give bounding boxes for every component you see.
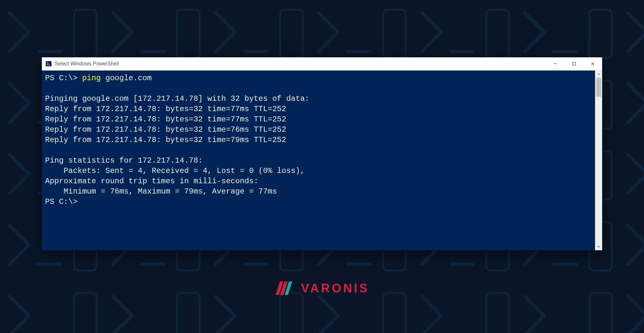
powershell-icon bbox=[45, 60, 52, 67]
command-args: google.com bbox=[101, 74, 152, 82]
maximize-button[interactable] bbox=[565, 57, 583, 70]
window-title: Select Windows PowerShell bbox=[55, 61, 119, 67]
minimize-button[interactable] bbox=[546, 57, 565, 70]
close-button[interactable] bbox=[583, 57, 602, 70]
svg-rect-4 bbox=[46, 61, 52, 66]
output-line: Reply from 172.217.14.78: bytes=32 time=… bbox=[45, 115, 286, 124]
output-line: Ping statistics for 172.217.14.78: bbox=[45, 156, 203, 165]
scroll-down-button[interactable] bbox=[595, 243, 602, 250]
output-line: Reply from 172.217.14.78: bytes=32 time=… bbox=[45, 125, 286, 134]
output-line: Pinging google.com [172.217.14.78] with … bbox=[45, 94, 309, 103]
varonis-mark-icon bbox=[275, 280, 297, 296]
varonis-logo: VARONIS bbox=[275, 280, 369, 296]
output-line: Packets: Sent = 4, Received = 4, Lost = … bbox=[45, 166, 305, 175]
vertical-scrollbar[interactable] bbox=[595, 71, 602, 250]
output-line: Reply from 172.217.14.78: bytes=32 time=… bbox=[45, 136, 286, 144]
scroll-up-button[interactable] bbox=[595, 71, 602, 78]
prompt-idle: PS C:\> bbox=[45, 197, 78, 206]
prompt-prefix: PS C:\> bbox=[45, 74, 82, 82]
console-output[interactable]: PS C:\> ping google.com Pinging google.c… bbox=[42, 71, 595, 250]
scroll-thumb[interactable] bbox=[596, 78, 601, 97]
varonis-wordmark: VARONIS bbox=[301, 281, 369, 295]
output-line: Reply from 172.217.14.78: bytes=32 time=… bbox=[45, 105, 286, 113]
output-line: Minimum = 76ms, Maximum = 79ms, Average … bbox=[45, 187, 277, 196]
titlebar[interactable]: Select Windows PowerShell bbox=[42, 57, 602, 71]
powershell-window: Select Windows PowerShell PS C:\> ping g… bbox=[42, 57, 602, 250]
console-area: PS C:\> ping google.com Pinging google.c… bbox=[42, 71, 602, 250]
command-name: ping bbox=[82, 74, 101, 82]
output-line: Approximate round trip times in milli-se… bbox=[45, 177, 259, 186]
svg-rect-7 bbox=[573, 62, 576, 65]
